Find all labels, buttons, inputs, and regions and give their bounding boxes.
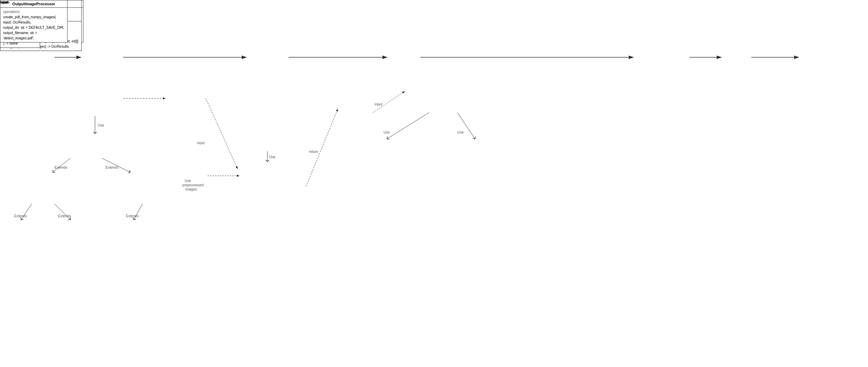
svg-text:Use: Use [269,155,275,159]
svg-text:Extends: Extends [58,214,71,218]
oip-op-4: output_filename: str = [3,30,64,36]
svg-text:input: input [375,102,382,106]
return-label-2: return [0,0,9,4]
svg-text:Use: Use [384,130,390,134]
oip-op-1: create_pdf_from_numpy_images( [3,14,64,20]
oip-op-5: 'detect_images.pdf', [3,36,64,41]
svg-text:input: input [197,141,205,145]
svg-line-28 [387,112,429,139]
svg-line-11 [102,158,130,172]
return-connector-label-2: return [0,0,9,4]
oip-op-2: input: OcrResults, [3,20,64,25]
svg-line-15 [55,204,70,220]
output-image-processor-header: OutputImageProcessor [0,0,67,8]
oip-op-3: output_dir: str = DEFAULT_SAVE_DIR, [3,25,64,30]
svg-text:preprocessed: preprocessed [182,183,204,187]
svg-text:Use: Use [457,130,464,134]
svg-line-14 [21,204,32,220]
svg-line-18 [134,204,142,220]
svg-line-26 [373,91,405,112]
svg-text:Use: Use [185,179,191,183]
svg-text:Extends: Extends [55,166,67,169]
svg-text:Extends: Extends [14,214,27,218]
svg-line-10 [53,158,70,172]
diagram-container: Use Extends Extends Extends Extends Exte… [0,0,868,367]
svg-text:return: return [309,150,318,154]
oip-ops-title: operations [3,9,64,14]
svg-line-34 [206,98,237,169]
svg-text:images: images [185,187,197,191]
output-image-processor-box: OutputImageProcessor operations create_p… [0,0,68,43]
svg-text:Use: Use [98,123,104,127]
svg-line-29 [457,112,475,139]
svg-text:Extends: Extends [106,166,118,169]
svg-line-32 [306,109,338,186]
svg-text:Extends: Extends [126,214,139,218]
arrows-overlay: Use Extends Extends Extends Extends Exte… [0,0,868,367]
oip-ops-section: operations create_pdf_from_numpy_images(… [0,8,67,42]
